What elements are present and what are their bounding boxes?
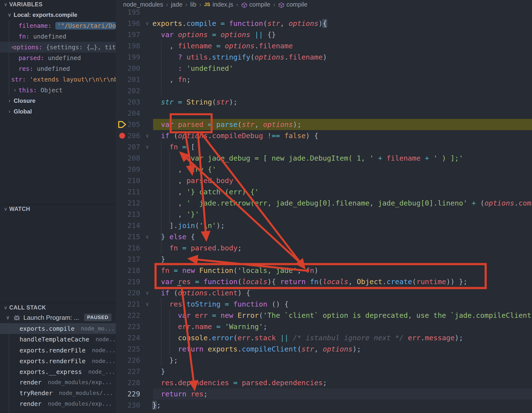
chevron-right-icon[interactable]: › xyxy=(11,44,13,50)
code-line-222[interactable]: var err = new Error('The `client` option… xyxy=(152,310,532,321)
stack-frame-exports.renderFile[interactable]: exports.renderFilenode... xyxy=(0,345,116,356)
callstack-section-header[interactable]: ∨ CALL STACK xyxy=(0,303,116,312)
line-number-203[interactable]: 203 xyxy=(116,96,140,108)
code-line-227[interactable]: } xyxy=(152,366,165,377)
line-number-222[interactable]: 222 xyxy=(116,310,140,321)
variable-row-fn[interactable]: fn: undefined xyxy=(0,31,116,42)
code-line-225[interactable]: return exports.compileClient(str, option… xyxy=(152,343,361,355)
line-number-220[interactable]: 220 xyxy=(116,287,140,299)
debug-session-row[interactable]: ∨ Launch Program: ... PAUSED xyxy=(0,312,116,323)
code-line-221[interactable]: res.toString = function () { xyxy=(152,299,289,310)
code-line-218[interactable]: fn = new Function('locals, jade', fn) xyxy=(152,265,318,276)
scope-row-global[interactable]: ›Global xyxy=(0,106,116,117)
stack-frame-render[interactable]: rendernode_modules/exp... xyxy=(0,377,116,388)
variable-row-options[interactable]: ›options: {settings: {…}, titl… xyxy=(0,42,116,52)
line-number-214[interactable]: 214 xyxy=(116,220,140,231)
breadcrumb-item[interactable]: jade xyxy=(171,1,182,8)
breadcrumb-item[interactable]: compile xyxy=(278,1,307,8)
code-line-201[interactable]: , fn; xyxy=(152,74,191,85)
line-number-195[interactable]: 195 xyxy=(116,7,140,18)
code-line-205[interactable]: var parsed = parse(str, options); xyxy=(152,119,301,130)
code-line-203[interactable]: str = String(str); xyxy=(152,96,237,108)
chevron-right-icon[interactable]: › xyxy=(11,87,19,93)
fold-chevron-icon[interactable]: ∨ xyxy=(143,18,151,29)
code-line-229[interactable]: return res; xyxy=(152,388,208,400)
scope-row-local-exports-compile[interactable]: ∨Local: exports.compile xyxy=(0,10,116,20)
stack-frame-exports.renderFile[interactable]: exports.renderFilenode... xyxy=(0,356,116,366)
code-line-197[interactable]: var options = options || {} xyxy=(152,29,276,40)
watch-section-header[interactable]: ∨ WATCH xyxy=(0,205,116,213)
line-number-217[interactable]: 217 xyxy=(116,254,140,265)
fold-chevron-icon[interactable]: ∨ xyxy=(143,141,151,153)
line-number-197[interactable]: 197 xyxy=(116,29,140,40)
line-number-213[interactable]: 213 xyxy=(116,209,140,220)
line-number-229[interactable]: 229 xyxy=(116,388,140,400)
line-number-226[interactable]: 226 xyxy=(116,355,140,366)
chevron-right-icon[interactable]: › xyxy=(5,98,14,104)
variable-row-res[interactable]: res: undefined xyxy=(0,63,116,74)
variable-row-filename[interactable]: filename: '"/Users/tari/Downl… xyxy=(0,20,116,31)
code-line-220[interactable]: if (options.client) { xyxy=(152,287,250,299)
code-line-214[interactable]: ].join('\n'); xyxy=(152,220,225,231)
code-line-211[interactable]: , '} catch (err) {' xyxy=(152,186,259,197)
code-line-200[interactable]: : 'undefined' xyxy=(152,63,233,74)
variable-row-parsed[interactable]: parsed: undefined xyxy=(0,52,116,63)
code-line-198[interactable]: , filename = options.filename xyxy=(152,40,293,52)
code-line-207[interactable]: fn = [ xyxy=(152,141,195,153)
code-line-213[interactable]: , '}' xyxy=(152,209,199,220)
line-number-224[interactable]: 224 xyxy=(116,332,140,343)
line-number-221[interactable]: 221 xyxy=(116,299,140,310)
variable-row-str[interactable]: str: 'extends layout\r\n\r\nb… xyxy=(0,74,116,85)
chevron-right-icon[interactable]: › xyxy=(5,108,14,115)
line-number-201[interactable]: 201 xyxy=(116,74,140,85)
line-number-216[interactable]: 216 xyxy=(116,242,140,254)
fold-chevron-icon[interactable]: ∨ xyxy=(143,130,151,141)
variable-row-this[interactable]: ›this: Object xyxy=(0,85,116,95)
code-line-226[interactable]: }; xyxy=(152,355,178,366)
code-line-216[interactable]: fn = parsed.body; xyxy=(152,242,242,254)
breadcrumb-item[interactable]: lib xyxy=(190,1,196,8)
scope-row-closure[interactable]: ›Closure xyxy=(0,95,116,106)
line-number-225[interactable]: 225 xyxy=(116,343,140,355)
code-line-210[interactable]: , parsed.body xyxy=(152,175,233,186)
breadcrumb-item[interactable]: JSindex.js xyxy=(204,1,233,8)
line-number-209[interactable]: 209 xyxy=(116,164,140,175)
code-line-199[interactable]: ? utils.stringify(options.filename) xyxy=(152,52,327,63)
stack-frame-handleTemplateCache[interactable]: handleTemplateCachenode... xyxy=(0,334,116,345)
code-line-219[interactable]: var res = function(locals){ return fn(lo… xyxy=(152,276,467,287)
line-number-200[interactable]: 200 xyxy=(116,63,140,74)
line-number-223[interactable]: 223 xyxy=(116,321,140,332)
line-number-215[interactable]: 215 xyxy=(116,231,140,242)
stack-frame-tryRender[interactable]: tryRendernode_modules/... xyxy=(0,388,116,398)
stack-frame-exports.compile[interactable]: exports.compilenode_mo... xyxy=(0,323,116,334)
line-number-199[interactable]: 199 xyxy=(116,52,140,63)
line-number-230[interactable]: 230 xyxy=(116,400,140,411)
line-number-208[interactable]: 208 xyxy=(116,153,140,164)
code-line-206[interactable]: if (options.compileDebug !== false) { xyxy=(152,130,318,141)
line-number-210[interactable]: 210 xyxy=(116,175,140,186)
fold-chevron-icon[interactable]: ∨ xyxy=(143,287,151,299)
breadcrumb-item[interactable]: compile xyxy=(241,1,270,8)
line-number-228[interactable]: 228 xyxy=(116,377,140,388)
stack-frame-render[interactable]: rendernode_modules/exp... xyxy=(0,398,116,409)
stack-frame-exports.__express[interactable]: exports.__expressnode_... xyxy=(0,366,116,377)
line-number-196[interactable]: 196 xyxy=(116,18,140,29)
chevron-down-icon[interactable]: ∨ xyxy=(5,12,14,18)
line-number-198[interactable]: 198 xyxy=(116,40,140,52)
code-line-228[interactable]: res.dependencies = parsed.dependencies; xyxy=(152,377,327,388)
code-line-208[interactable]: 'var jade_debug = [ new jade.DebugItem( … xyxy=(152,153,463,164)
code-editor[interactable]: node_modules›jade›lib›JSindex.js›compile… xyxy=(116,0,532,413)
line-number-211[interactable]: 211 xyxy=(116,186,140,197)
fold-chevron-icon[interactable]: ∨ xyxy=(143,231,151,242)
code-line-215[interactable]: } else { xyxy=(152,231,195,242)
code-line-217[interactable]: } xyxy=(152,254,165,265)
variables-section-header[interactable]: ∨ VARIABLES xyxy=(0,0,116,9)
fold-chevron-icon[interactable]: ∨ xyxy=(143,299,151,310)
line-number-227[interactable]: 227 xyxy=(116,366,140,377)
line-number-218[interactable]: 218 xyxy=(116,265,140,276)
line-number-204[interactable]: 204 xyxy=(116,108,140,119)
breakpoint-icon[interactable] xyxy=(119,133,125,139)
code-line-224[interactable]: console.error(err.stack || /* istanbul i… xyxy=(152,332,463,343)
line-number-207[interactable]: 207 xyxy=(116,141,140,153)
line-number-202[interactable]: 202 xyxy=(116,85,140,96)
